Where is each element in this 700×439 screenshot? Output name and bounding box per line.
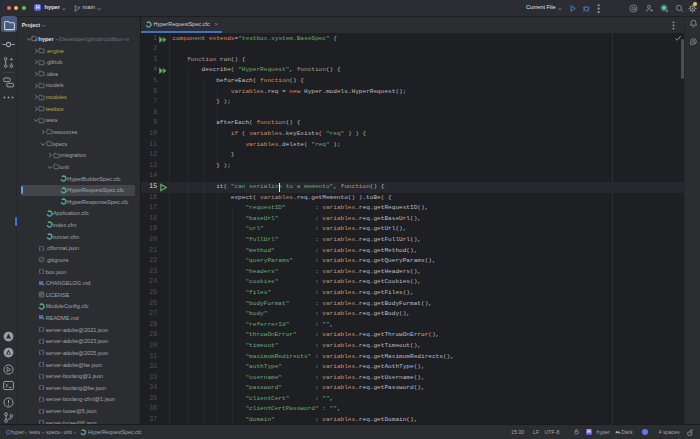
svg-text:{}: {}	[38, 268, 45, 275]
svg-text:{}: {}	[38, 396, 45, 403]
svg-text:{}: {}	[38, 245, 45, 252]
svg-text:{}: {}	[38, 326, 45, 333]
svg-text:{}: {}	[38, 408, 45, 415]
svg-text:M: M	[39, 281, 43, 286]
svg-text:M: M	[39, 316, 43, 321]
svg-text:{}: {}	[38, 338, 45, 345]
svg-text:{}: {}	[38, 361, 45, 368]
svg-text:{}: {}	[38, 350, 45, 357]
svg-text:{}: {}	[38, 385, 45, 392]
svg-text:{}: {}	[38, 373, 45, 380]
